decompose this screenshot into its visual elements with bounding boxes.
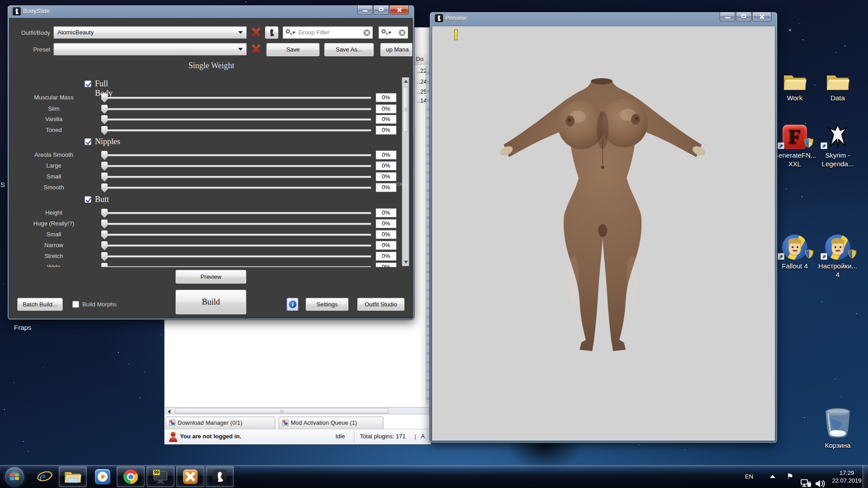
group-manager-button[interactable]: up Mana bbox=[380, 43, 413, 56]
scrollbar-thumb[interactable] bbox=[175, 408, 388, 413]
slider-track[interactable] bbox=[102, 165, 371, 167]
clear-filter-icon[interactable] bbox=[363, 29, 370, 36]
slider-thumb[interactable] bbox=[101, 230, 108, 239]
taskbar-chrome[interactable] bbox=[117, 466, 145, 487]
scroll-up-arrow-icon[interactable] bbox=[404, 80, 408, 83]
slider-value[interactable]: 0% bbox=[376, 219, 396, 228]
group-checkbox[interactable] bbox=[85, 80, 91, 87]
taskbar-ie[interactable]: e bbox=[31, 466, 59, 487]
group-filter-search[interactable]: Group Filter bbox=[283, 26, 373, 39]
slider-value[interactable]: 0% bbox=[376, 104, 396, 113]
clear-filter-icon[interactable] bbox=[399, 29, 406, 36]
slider-value[interactable]: 0% bbox=[376, 208, 396, 217]
slider-thumb[interactable] bbox=[101, 151, 108, 160]
delete-preset-button[interactable] bbox=[250, 43, 262, 55]
tab-mod-activation-queue[interactable]: Mod Activation Queue (1) bbox=[278, 417, 383, 429]
outfit-studio-button[interactable]: Outfit Studio bbox=[357, 298, 405, 311]
desktop-icon-skyrim[interactable]: ↗ Skyrim - Legenda... bbox=[814, 122, 861, 168]
slider-track[interactable] bbox=[102, 118, 371, 121]
slider-track[interactable] bbox=[102, 187, 371, 189]
preset-dropdown[interactable] bbox=[53, 43, 247, 56]
slider-track[interactable] bbox=[102, 97, 371, 99]
minimize-button[interactable] bbox=[720, 12, 735, 21]
delete-outfit-button[interactable] bbox=[250, 26, 262, 38]
slider-track[interactable] bbox=[102, 244, 371, 247]
slider-thumb[interactable] bbox=[101, 115, 108, 124]
preview-button[interactable]: Preview bbox=[175, 270, 246, 284]
desktop-icon-work[interactable]: Work bbox=[771, 65, 818, 102]
slider-thumb[interactable] bbox=[101, 263, 108, 267]
desktop-label-fraps[interactable]: Fraps bbox=[14, 324, 31, 331]
start-button[interactable] bbox=[3, 466, 26, 487]
action-center-flag-icon[interactable]: ⚑ bbox=[787, 472, 793, 488]
build-button[interactable]: Build bbox=[175, 290, 246, 314]
language-indicator[interactable]: EN bbox=[745, 473, 753, 488]
nmm-horizontal-scrollbar[interactable] bbox=[165, 407, 430, 414]
slider-thumb[interactable] bbox=[101, 162, 108, 171]
outfit-filter-search[interactable] bbox=[378, 26, 408, 39]
clock[interactable]: 17:29 22.07.2019 bbox=[831, 469, 863, 484]
slider-thumb[interactable] bbox=[101, 209, 108, 218]
outfit-body-dropdown[interactable]: AtomicBeauty bbox=[53, 26, 247, 39]
minimize-button[interactable] bbox=[357, 5, 373, 14]
slider-thumb[interactable] bbox=[101, 94, 108, 103]
slider-panel-scrollbar[interactable] bbox=[402, 77, 409, 266]
desktop-icon-recycle-bin[interactable]: Корзина bbox=[814, 407, 861, 450]
slider-value[interactable]: 0% bbox=[376, 172, 396, 181]
desktop-icon-fallout4[interactable]: ↗ Fallout 4 bbox=[771, 233, 818, 270]
slider-value[interactable]: 0% bbox=[376, 183, 396, 192]
taskbar-bodyslide[interactable] bbox=[206, 466, 234, 487]
slider-track[interactable] bbox=[102, 212, 371, 214]
about-button[interactable]: i bbox=[287, 298, 298, 311]
slider-value[interactable]: 0% bbox=[376, 241, 396, 250]
slider-value[interactable]: 0% bbox=[376, 126, 396, 135]
group-filter-placeholder[interactable]: Group Filter bbox=[298, 29, 330, 36]
slider-track[interactable] bbox=[102, 129, 371, 131]
scroll-left-arrow-icon[interactable] bbox=[168, 409, 170, 414]
slider-track[interactable] bbox=[102, 154, 371, 156]
slider-track[interactable] bbox=[102, 108, 371, 110]
bodyslide-titlebar[interactable]: BodySlide bbox=[8, 5, 414, 18]
slider-value[interactable]: 0% bbox=[376, 93, 396, 102]
slider-thumb[interactable] bbox=[101, 220, 108, 229]
search-icon[interactable] bbox=[286, 29, 296, 37]
maximize-button[interactable] bbox=[373, 5, 389, 14]
scroll-down-arrow-icon[interactable] bbox=[404, 261, 408, 263]
slider-track[interactable] bbox=[102, 176, 371, 178]
save-as-button[interactable]: Save As... bbox=[324, 43, 374, 56]
slider-track[interactable] bbox=[102, 266, 371, 267]
slider-thumb[interactable] bbox=[101, 126, 108, 135]
preview-titlebar[interactable]: Preview bbox=[430, 12, 777, 25]
scrollbar-thumb[interactable] bbox=[403, 87, 408, 132]
save-button[interactable]: Save bbox=[266, 43, 320, 56]
slider-thumb[interactable] bbox=[101, 252, 108, 261]
hidden-icons-chevron[interactable] bbox=[770, 475, 775, 478]
nmm-column-header[interactable]: Do bbox=[416, 56, 424, 62]
settings-button[interactable]: Settings bbox=[306, 298, 349, 311]
taskbar-explorer[interactable] bbox=[59, 466, 87, 487]
show-desktop-button[interactable] bbox=[863, 465, 868, 488]
taskbar-fraps[interactable]: 99 bbox=[146, 466, 175, 487]
preview-viewport[interactable] bbox=[432, 26, 775, 441]
slider-thumb[interactable] bbox=[101, 241, 108, 250]
slider-value[interactable]: 0% bbox=[376, 115, 396, 124]
group-checkbox[interactable] bbox=[85, 138, 91, 145]
slider-track[interactable] bbox=[102, 234, 371, 236]
slider-value[interactable]: 0% bbox=[376, 252, 396, 261]
slider-track[interactable] bbox=[102, 223, 371, 225]
batch-build-button[interactable]: Batch Build... bbox=[17, 298, 63, 311]
slider-value[interactable]: 0% bbox=[376, 230, 396, 239]
taskbar-nmm[interactable] bbox=[176, 466, 204, 487]
slider-thumb[interactable] bbox=[101, 173, 108, 182]
group-checkbox[interactable] bbox=[85, 196, 91, 203]
slider-value[interactable]: 0% bbox=[376, 161, 396, 170]
tab-download-manager[interactable]: Download Manager (0/1) bbox=[165, 417, 275, 429]
slider-value[interactable]: 0% bbox=[376, 150, 396, 160]
desktop-icon-data[interactable]: Data bbox=[814, 65, 861, 102]
slider-track[interactable] bbox=[102, 255, 371, 258]
close-button[interactable] bbox=[390, 5, 409, 14]
maximize-button[interactable] bbox=[736, 12, 751, 21]
desktop-icon-generatefnis[interactable]: F ↗ GenerateFN... XXL bbox=[771, 122, 818, 168]
network-icon[interactable] bbox=[800, 472, 812, 488]
close-button[interactable] bbox=[752, 12, 771, 21]
